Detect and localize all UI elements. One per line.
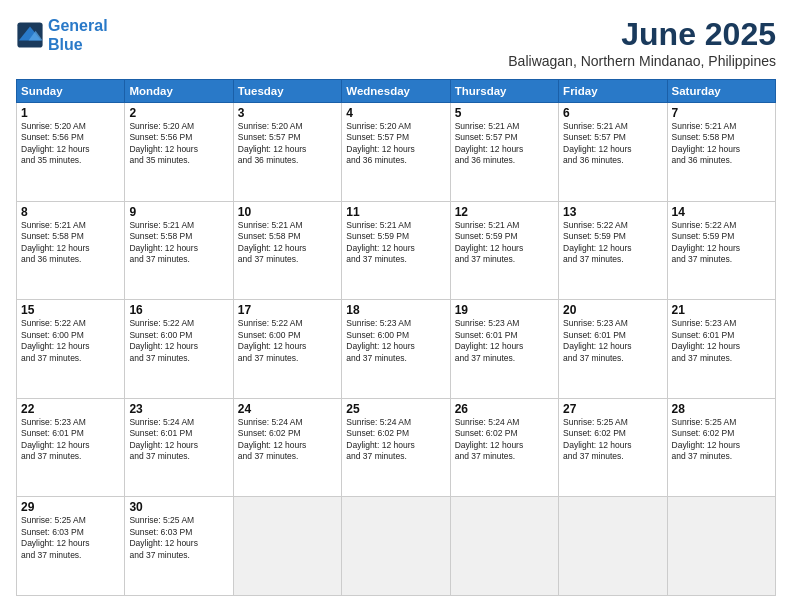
header-saturday: Saturday (667, 80, 775, 103)
header-wednesday: Wednesday (342, 80, 450, 103)
day-info: Sunrise: 5:22 AM Sunset: 6:00 PM Dayligh… (21, 318, 120, 364)
calendar-cell (233, 497, 341, 596)
calendar-cell: 3Sunrise: 5:20 AM Sunset: 5:57 PM Daylig… (233, 103, 341, 202)
day-number: 24 (238, 402, 337, 416)
day-info: Sunrise: 5:20 AM Sunset: 5:56 PM Dayligh… (21, 121, 120, 167)
calendar-row-5: 29Sunrise: 5:25 AM Sunset: 6:03 PM Dayli… (17, 497, 776, 596)
calendar-cell: 25Sunrise: 5:24 AM Sunset: 6:02 PM Dayli… (342, 398, 450, 497)
calendar-cell: 21Sunrise: 5:23 AM Sunset: 6:01 PM Dayli… (667, 300, 775, 399)
calendar-row-2: 8Sunrise: 5:21 AM Sunset: 5:58 PM Daylig… (17, 201, 776, 300)
header: General Blue June 2025 Baliwagan, Northe… (16, 16, 776, 69)
day-number: 28 (672, 402, 771, 416)
calendar-subtitle: Baliwagan, Northern Mindanao, Philippine… (508, 53, 776, 69)
calendar-cell (342, 497, 450, 596)
calendar-cell: 29Sunrise: 5:25 AM Sunset: 6:03 PM Dayli… (17, 497, 125, 596)
day-number: 20 (563, 303, 662, 317)
day-info: Sunrise: 5:23 AM Sunset: 6:01 PM Dayligh… (563, 318, 662, 364)
day-number: 16 (129, 303, 228, 317)
day-number: 7 (672, 106, 771, 120)
calendar-cell: 6Sunrise: 5:21 AM Sunset: 5:57 PM Daylig… (559, 103, 667, 202)
day-number: 22 (21, 402, 120, 416)
calendar-cell (450, 497, 558, 596)
day-info: Sunrise: 5:21 AM Sunset: 5:59 PM Dayligh… (346, 220, 445, 266)
day-number: 12 (455, 205, 554, 219)
calendar-cell: 17Sunrise: 5:22 AM Sunset: 6:00 PM Dayli… (233, 300, 341, 399)
calendar-cell: 30Sunrise: 5:25 AM Sunset: 6:03 PM Dayli… (125, 497, 233, 596)
day-number: 1 (21, 106, 120, 120)
day-info: Sunrise: 5:22 AM Sunset: 6:00 PM Dayligh… (129, 318, 228, 364)
day-info: Sunrise: 5:23 AM Sunset: 6:01 PM Dayligh… (672, 318, 771, 364)
day-number: 23 (129, 402, 228, 416)
day-info: Sunrise: 5:20 AM Sunset: 5:57 PM Dayligh… (346, 121, 445, 167)
header-monday: Monday (125, 80, 233, 103)
day-info: Sunrise: 5:21 AM Sunset: 5:57 PM Dayligh… (455, 121, 554, 167)
calendar-cell: 18Sunrise: 5:23 AM Sunset: 6:00 PM Dayli… (342, 300, 450, 399)
day-number: 8 (21, 205, 120, 219)
header-sunday: Sunday (17, 80, 125, 103)
day-number: 21 (672, 303, 771, 317)
calendar-cell: 5Sunrise: 5:21 AM Sunset: 5:57 PM Daylig… (450, 103, 558, 202)
title-block: June 2025 Baliwagan, Northern Mindanao, … (508, 16, 776, 69)
day-info: Sunrise: 5:23 AM Sunset: 6:00 PM Dayligh… (346, 318, 445, 364)
header-tuesday: Tuesday (233, 80, 341, 103)
day-info: Sunrise: 5:24 AM Sunset: 6:01 PM Dayligh… (129, 417, 228, 463)
calendar-cell: 1Sunrise: 5:20 AM Sunset: 5:56 PM Daylig… (17, 103, 125, 202)
day-number: 26 (455, 402, 554, 416)
day-number: 29 (21, 500, 120, 514)
calendar-cell: 23Sunrise: 5:24 AM Sunset: 6:01 PM Dayli… (125, 398, 233, 497)
day-info: Sunrise: 5:20 AM Sunset: 5:57 PM Dayligh… (238, 121, 337, 167)
day-number: 6 (563, 106, 662, 120)
calendar-cell: 14Sunrise: 5:22 AM Sunset: 5:59 PM Dayli… (667, 201, 775, 300)
day-number: 30 (129, 500, 228, 514)
calendar-cell: 12Sunrise: 5:21 AM Sunset: 5:59 PM Dayli… (450, 201, 558, 300)
calendar-table: Sunday Monday Tuesday Wednesday Thursday… (16, 79, 776, 596)
calendar-cell: 10Sunrise: 5:21 AM Sunset: 5:58 PM Dayli… (233, 201, 341, 300)
calendar-cell: 9Sunrise: 5:21 AM Sunset: 5:58 PM Daylig… (125, 201, 233, 300)
day-info: Sunrise: 5:24 AM Sunset: 6:02 PM Dayligh… (346, 417, 445, 463)
logo-icon (16, 21, 44, 49)
calendar-cell: 15Sunrise: 5:22 AM Sunset: 6:00 PM Dayli… (17, 300, 125, 399)
header-thursday: Thursday (450, 80, 558, 103)
day-info: Sunrise: 5:21 AM Sunset: 5:58 PM Dayligh… (672, 121, 771, 167)
calendar-cell: 19Sunrise: 5:23 AM Sunset: 6:01 PM Dayli… (450, 300, 558, 399)
day-info: Sunrise: 5:21 AM Sunset: 5:59 PM Dayligh… (455, 220, 554, 266)
day-info: Sunrise: 5:21 AM Sunset: 5:58 PM Dayligh… (129, 220, 228, 266)
day-info: Sunrise: 5:22 AM Sunset: 6:00 PM Dayligh… (238, 318, 337, 364)
calendar-cell: 4Sunrise: 5:20 AM Sunset: 5:57 PM Daylig… (342, 103, 450, 202)
day-number: 2 (129, 106, 228, 120)
day-number: 18 (346, 303, 445, 317)
day-info: Sunrise: 5:22 AM Sunset: 5:59 PM Dayligh… (672, 220, 771, 266)
calendar-cell: 2Sunrise: 5:20 AM Sunset: 5:56 PM Daylig… (125, 103, 233, 202)
calendar-cell: 27Sunrise: 5:25 AM Sunset: 6:02 PM Dayli… (559, 398, 667, 497)
day-number: 17 (238, 303, 337, 317)
day-info: Sunrise: 5:25 AM Sunset: 6:02 PM Dayligh… (563, 417, 662, 463)
day-number: 11 (346, 205, 445, 219)
calendar-cell: 26Sunrise: 5:24 AM Sunset: 6:02 PM Dayli… (450, 398, 558, 497)
day-info: Sunrise: 5:23 AM Sunset: 6:01 PM Dayligh… (21, 417, 120, 463)
day-number: 14 (672, 205, 771, 219)
header-friday: Friday (559, 80, 667, 103)
calendar-row-4: 22Sunrise: 5:23 AM Sunset: 6:01 PM Dayli… (17, 398, 776, 497)
day-info: Sunrise: 5:22 AM Sunset: 5:59 PM Dayligh… (563, 220, 662, 266)
day-number: 9 (129, 205, 228, 219)
calendar-row-3: 15Sunrise: 5:22 AM Sunset: 6:00 PM Dayli… (17, 300, 776, 399)
day-number: 25 (346, 402, 445, 416)
day-number: 5 (455, 106, 554, 120)
day-info: Sunrise: 5:25 AM Sunset: 6:02 PM Dayligh… (672, 417, 771, 463)
day-number: 15 (21, 303, 120, 317)
calendar-cell: 11Sunrise: 5:21 AM Sunset: 5:59 PM Dayli… (342, 201, 450, 300)
weekday-header-row: Sunday Monday Tuesday Wednesday Thursday… (17, 80, 776, 103)
calendar-cell: 13Sunrise: 5:22 AM Sunset: 5:59 PM Dayli… (559, 201, 667, 300)
day-number: 10 (238, 205, 337, 219)
calendar-row-1: 1Sunrise: 5:20 AM Sunset: 5:56 PM Daylig… (17, 103, 776, 202)
calendar-title: June 2025 (508, 16, 776, 53)
day-number: 19 (455, 303, 554, 317)
calendar-cell: 28Sunrise: 5:25 AM Sunset: 6:02 PM Dayli… (667, 398, 775, 497)
calendar-cell: 16Sunrise: 5:22 AM Sunset: 6:00 PM Dayli… (125, 300, 233, 399)
calendar-cell (559, 497, 667, 596)
day-info: Sunrise: 5:23 AM Sunset: 6:01 PM Dayligh… (455, 318, 554, 364)
day-info: Sunrise: 5:24 AM Sunset: 6:02 PM Dayligh… (238, 417, 337, 463)
day-info: Sunrise: 5:21 AM Sunset: 5:57 PM Dayligh… (563, 121, 662, 167)
calendar-cell: 20Sunrise: 5:23 AM Sunset: 6:01 PM Dayli… (559, 300, 667, 399)
day-info: Sunrise: 5:24 AM Sunset: 6:02 PM Dayligh… (455, 417, 554, 463)
